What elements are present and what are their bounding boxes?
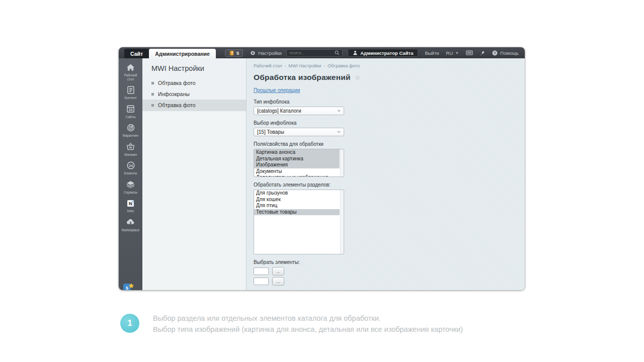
breadcrumb-separator: › bbox=[324, 64, 325, 68]
sidebar: Рабочий стол Контент24 Сайты Маркетинг М… bbox=[119, 58, 142, 290]
search-input[interactable] bbox=[289, 50, 335, 55]
sidebar-item-shop[interactable]: Магазин bbox=[119, 142, 142, 157]
elements-label: Выбрать элементы: bbox=[254, 259, 525, 265]
menu-list: Обтравка фото Инфоэкраны Обтравка фото bbox=[142, 77, 246, 111]
favorite-star-icon[interactable]: ☆ bbox=[355, 74, 361, 81]
sidebar-item-label: Магазин bbox=[124, 153, 137, 157]
sidebar-item-label: Intec bbox=[127, 209, 134, 213]
user-button[interactable]: Администратор Сайта bbox=[348, 49, 418, 57]
svg-text:24: 24 bbox=[129, 108, 133, 112]
svg-text:?: ? bbox=[494, 50, 497, 55]
admin-screenshot-card: Сайт Администрирование 5 Настройки Админ… bbox=[119, 47, 525, 290]
logout-link[interactable]: Выйти bbox=[425, 50, 439, 56]
marketplace-icon bbox=[126, 218, 135, 227]
props-label: Поля/свойства для обработки bbox=[254, 141, 525, 147]
desktop-mode-icon[interactable] bbox=[466, 50, 473, 56]
iblock-type-label: Тип инфоблока bbox=[254, 99, 525, 105]
past-operations-link[interactable]: Прошлые операции bbox=[254, 87, 300, 93]
element-id-input-2[interactable] bbox=[254, 278, 269, 285]
sidebar-item-label: Рабочий стол bbox=[124, 73, 137, 81]
menu-item[interactable]: Обтравка фото bbox=[142, 100, 246, 111]
menu-title: MWI Настройки bbox=[142, 58, 246, 77]
bullet-icon bbox=[151, 93, 154, 96]
help-label: Помощь bbox=[500, 50, 519, 56]
list-option[interactable]: Для грызунов bbox=[254, 190, 340, 197]
sidebar-item-services[interactable]: Сервисы bbox=[119, 180, 142, 195]
sidebar-item-label: Маркетинг bbox=[123, 134, 139, 138]
breadcrumb-item[interactable]: Обтравка фото bbox=[328, 63, 360, 68]
list-option[interactable]: Изображения bbox=[254, 162, 340, 168]
menu-item[interactable]: Обтравка фото bbox=[142, 77, 246, 88]
element-id-input-1[interactable] bbox=[254, 267, 269, 275]
notifications-badge[interactable]: 5 bbox=[225, 49, 243, 57]
search-box bbox=[286, 49, 343, 57]
menu-item-label: Инфоэкраны bbox=[158, 91, 190, 97]
sections-listbox[interactable]: Для грызуновДля кошекДля птицТестовые то… bbox=[254, 190, 344, 254]
annotation-block: 1 Выбор раздела или отдельных элементов … bbox=[120, 314, 463, 335]
sidebar-item-label: Marketplace bbox=[122, 228, 139, 232]
element-browse-button-2[interactable]: ... bbox=[272, 277, 284, 286]
favorites-icon[interactable]: 5 bbox=[123, 282, 135, 290]
svg-text:N: N bbox=[129, 201, 132, 206]
sidebar-item-label: Сервисы bbox=[124, 191, 137, 195]
sidebar-item-marketplace[interactable]: Marketplace bbox=[119, 218, 142, 232]
pin-icon[interactable] bbox=[480, 50, 485, 56]
intec-icon: N bbox=[127, 199, 134, 208]
sidebar-item-intec[interactable]: N Intec bbox=[119, 199, 142, 213]
services-icon bbox=[126, 180, 135, 189]
main-content: Рабочий стол›MWI Настройки›Обтравка фото… bbox=[247, 58, 525, 290]
question-icon: ? bbox=[492, 50, 498, 56]
shop-icon bbox=[126, 142, 135, 151]
svg-text:5: 5 bbox=[126, 286, 128, 290]
scrollbar-track[interactable] bbox=[340, 149, 344, 176]
scrollbar-track[interactable] bbox=[340, 190, 344, 254]
user-icon bbox=[353, 50, 358, 55]
home-icon bbox=[126, 63, 135, 72]
list-option[interactable]: Для кошек bbox=[254, 197, 340, 203]
list-option[interactable]: Для птиц bbox=[254, 203, 340, 209]
element-browse-button-1[interactable]: ... bbox=[272, 267, 284, 276]
annotation-line-2: Выбор типа изображений (картинка для ано… bbox=[153, 324, 463, 335]
marketing-icon bbox=[127, 123, 135, 132]
menu-item[interactable]: Инфоэкраны bbox=[142, 88, 246, 100]
sidebar-item-home[interactable]: Рабочий стол bbox=[119, 63, 142, 81]
props-listbox[interactable]: Картинка анонсаДетальная картинкаИзображ… bbox=[254, 149, 344, 177]
top-bar: Сайт Администрирование 5 Настройки Админ… bbox=[119, 47, 525, 58]
breadcrumb-item[interactable]: MWI Настройки bbox=[288, 63, 321, 68]
menu-panel-lower bbox=[142, 111, 246, 290]
menu-panel: MWI Настройки Обтравка фото Инфоэкраны О… bbox=[142, 58, 247, 290]
sections-label: Обработать элементы разделов: bbox=[254, 182, 525, 188]
help-button[interactable]: ? Помощь bbox=[492, 50, 519, 56]
bullet-icon bbox=[151, 82, 154, 84]
iblock-select[interactable]: [15] Товары bbox=[254, 128, 344, 136]
sidebar-item-clients[interactable]: 24 Клиенты bbox=[119, 161, 142, 175]
sidebar-item-content[interactable]: Контент bbox=[119, 85, 142, 100]
breadcrumb: Рабочий стол›MWI Настройки›Обтравка фото bbox=[254, 63, 525, 68]
user-name: Администратор Сайта bbox=[360, 50, 413, 56]
tab-administration[interactable]: Администрирование bbox=[149, 49, 216, 58]
body-row: Рабочий стол Контент24 Сайты Маркетинг М… bbox=[119, 58, 525, 290]
search-icon[interactable] bbox=[335, 50, 340, 55]
sidebar-item-label: Клиенты bbox=[124, 171, 137, 175]
settings-button[interactable]: Настройки bbox=[250, 50, 282, 56]
sidebar-item-sites[interactable]: 24 Сайты bbox=[119, 105, 142, 119]
annotation-line-1: Выбор раздела или отдельных элементов ка… bbox=[153, 313, 463, 324]
list-option[interactable]: Картинка анонса bbox=[254, 149, 340, 156]
iblock-label: Выбор инфоблока bbox=[254, 120, 525, 126]
language-dropdown[interactable]: RU bbox=[446, 50, 459, 56]
breadcrumb-item[interactable]: Рабочий стол bbox=[254, 63, 282, 68]
sites-icon: 24 bbox=[127, 105, 134, 114]
gear-icon bbox=[250, 50, 256, 56]
iblock-type-select[interactable]: [catalogs] Каталоги bbox=[254, 107, 344, 115]
select-chevron-icon bbox=[337, 110, 341, 112]
list-option[interactable]: Тестовые товары bbox=[254, 209, 340, 216]
sidebar-item-marketing[interactable]: Маркетинг bbox=[119, 123, 142, 138]
svg-text:24: 24 bbox=[129, 164, 133, 167]
list-option[interactable]: Дополнительные изображения bbox=[254, 174, 340, 177]
bullet-icon bbox=[151, 104, 154, 107]
list-option[interactable]: Детальная картинка bbox=[254, 156, 340, 162]
tab-site[interactable]: Сайт bbox=[124, 49, 149, 58]
list-option[interactable]: Документы bbox=[254, 168, 340, 175]
page: Сайт Администрирование 5 Настройки Админ… bbox=[0, 0, 644, 362]
menu-item-label: Обтравка фото bbox=[158, 102, 196, 108]
